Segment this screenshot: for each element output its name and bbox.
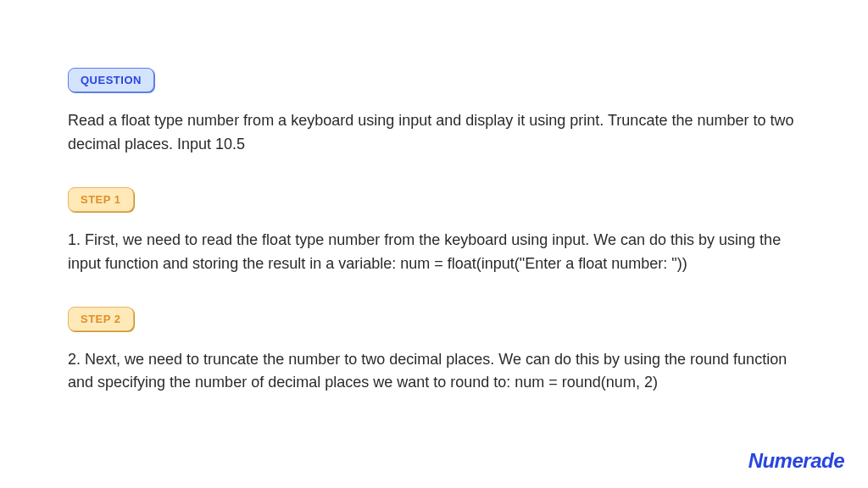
question-section: QUESTION Read a float type number from a… <box>68 68 800 157</box>
step-2-section: STEP 2 2. Next, we need to truncate the … <box>68 307 800 396</box>
step-1-badge: STEP 1 <box>68 187 134 212</box>
question-badge: QUESTION <box>68 68 154 92</box>
step-2-badge: STEP 2 <box>68 307 134 331</box>
brand-logo: Numerade <box>748 449 844 473</box>
question-text: Read a float type number from a keyboard… <box>68 109 800 157</box>
step-1-text: 1. First, we need to read the float type… <box>68 229 800 276</box>
step-2-text: 2. Next, we need to truncate the number … <box>68 348 800 396</box>
step-1-section: STEP 1 1. First, we need to read the flo… <box>68 187 800 276</box>
